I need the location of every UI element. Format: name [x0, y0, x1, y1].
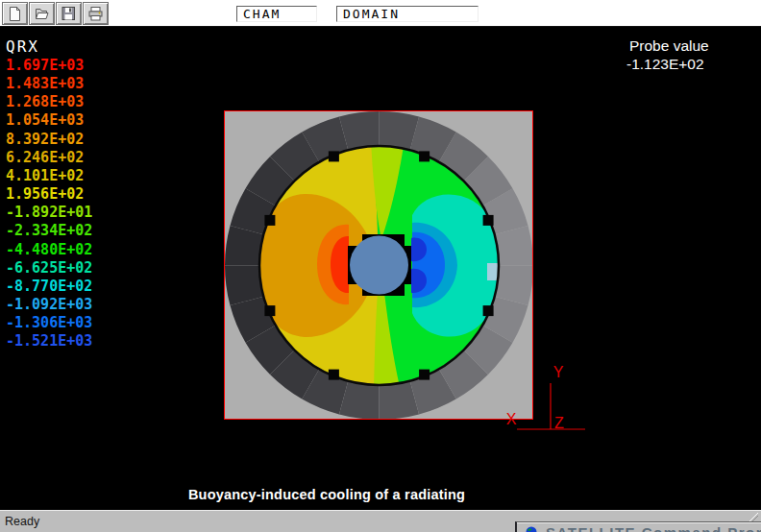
blockage-marker — [419, 370, 430, 380]
status-text: Ready — [5, 515, 39, 528]
legend-entry: -1.521E+03 — [6, 332, 92, 351]
graphics-area: QRX 1.697E+031.483E+031.268E+031.054E+03… — [0, 27, 761, 510]
blockage-marker — [329, 370, 339, 380]
blockage-marker — [329, 151, 339, 161]
open-file-button[interactable] — [29, 2, 55, 25]
legend-entry: 4.101E+02 — [6, 167, 92, 185]
contour-plot[interactable] — [224, 110, 533, 420]
background-window-titlebar[interactable]: SATELLITE Command Prompt — [515, 521, 761, 532]
floppy-disk-icon — [61, 6, 77, 22]
legend-entry: 1.483E+03 — [6, 75, 92, 93]
legend-variable-name: QRX — [6, 37, 39, 56]
blockage-marker — [264, 215, 275, 226]
save-file-button[interactable] — [56, 2, 82, 25]
axis-label-z: Z — [554, 415, 564, 431]
legend-entry: -4.480E+02 — [6, 241, 92, 259]
legend-entry: -8.770E+02 — [6, 278, 92, 296]
blockage-marker — [483, 215, 494, 226]
axis-label-x: X — [506, 411, 517, 427]
toolbar — [0, 0, 761, 27]
background-window-title: SATELLITE Command Prompt — [546, 524, 761, 532]
blank-page-icon — [7, 6, 23, 22]
blockage-marker — [483, 305, 494, 316]
legend-entry: 8.392E+02 — [6, 131, 92, 149]
legend-entry: 6.246E+02 — [6, 149, 92, 167]
print-button[interactable] — [83, 2, 109, 25]
new-file-button[interactable] — [2, 2, 28, 25]
contour-legend: 1.697E+031.483E+031.268E+031.054E+038.39… — [6, 57, 92, 351]
open-folder-icon — [34, 6, 50, 22]
legend-entry: -6.625E+02 — [6, 259, 92, 278]
blockage-marker — [419, 151, 430, 161]
legend-entry: -1.092E+03 — [6, 296, 92, 314]
domain-field[interactable] — [336, 6, 479, 22]
probe-value: -1.123E+02 — [626, 56, 709, 74]
satellite-window-icon — [526, 524, 537, 532]
inner-cylinder — [350, 236, 408, 295]
legend-entry: 1.054E+03 — [6, 111, 92, 130]
legend-entry: -1.306E+03 — [6, 314, 92, 332]
blockage-marker — [264, 305, 275, 316]
probe-label: Probe value — [626, 37, 709, 56]
printer-icon — [87, 6, 104, 22]
probe-readout: Probe value -1.123E+02 — [626, 37, 709, 73]
legend-entry: -2.334E+02 — [6, 222, 92, 240]
axis-indicator: Y X Z — [500, 356, 596, 438]
phoenics-photon-window: QRX 1.697E+031.483E+031.268E+031.054E+03… — [0, 0, 761, 532]
legend-entry: -1.892E+01 — [6, 204, 92, 222]
legend-entry: 1.697E+03 — [6, 57, 92, 75]
legend-entry: 1.268E+03 — [6, 93, 92, 111]
plot-title: Buoyancy-induced cooling of a radiating — [135, 487, 519, 502]
legend-entry: 1.956E+02 — [6, 185, 92, 204]
cham-field[interactable] — [236, 6, 317, 22]
axis-label-y: Y — [553, 364, 564, 380]
